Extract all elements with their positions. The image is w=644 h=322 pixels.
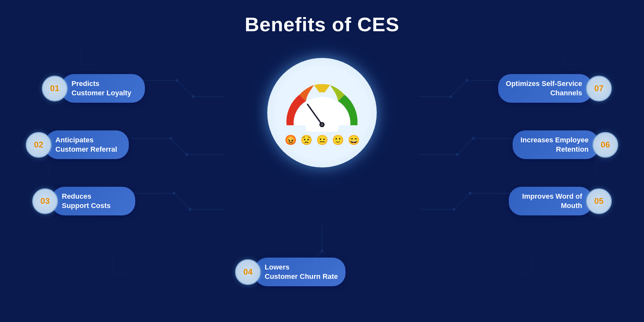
emoji-row: 😡 😟 😐 🙂 😄 — [285, 134, 360, 146]
benefit-07: 07 Optimizes Self-ServiceChannels — [498, 74, 612, 103]
main-container: Benefits of CES — [0, 0, 644, 322]
benefit-05-num: 05 — [586, 188, 612, 214]
benefit-05-label: Improves Word ofMouth — [509, 187, 592, 215]
svg-point-0 — [192, 95, 194, 98]
benefit-02-num: 02 — [26, 132, 52, 158]
svg-point-5 — [173, 192, 175, 194]
svg-point-1 — [176, 79, 178, 82]
svg-point-10 — [453, 208, 455, 211]
benefit-04-label: LowersCustomer Churn Rate — [254, 258, 346, 286]
benefit-05: 05 Improves Word ofMouth — [509, 187, 612, 215]
svg-point-2 — [185, 153, 188, 156]
benefit-07-num: 07 — [586, 76, 612, 101]
emoji-4: 🙂 — [332, 134, 344, 146]
gauge-circle: 😡 😟 😐 🙂 😄 — [267, 58, 377, 167]
svg-point-3 — [169, 137, 172, 140]
emoji-1: 😡 — [285, 134, 297, 146]
svg-point-6 — [450, 95, 452, 98]
svg-point-7 — [466, 79, 468, 82]
svg-point-9 — [472, 137, 475, 140]
benefit-03: 03 ReducesSupport Costs — [32, 187, 135, 215]
benefit-01-num: 01 — [42, 76, 68, 101]
emoji-5: 😄 — [348, 134, 360, 146]
benefit-04: 04 LowersCustomer Churn Rate — [235, 258, 346, 286]
page-title: Benefits of CES — [0, 0, 644, 36]
benefit-07-label: Optimizes Self-ServiceChannels — [498, 74, 592, 103]
benefit-06-num: 06 — [592, 132, 618, 158]
benefit-04-num: 04 — [235, 259, 261, 285]
svg-point-12 — [321, 250, 323, 252]
benefit-03-label: ReducesSupport Costs — [52, 187, 135, 215]
benefit-03-num: 03 — [32, 188, 58, 214]
benefit-06-label: Increases EmployeeRetention — [513, 130, 599, 159]
benefit-02: 02 AnticipatesCustomer Referral — [26, 130, 129, 159]
gauge-svg — [277, 80, 367, 132]
emoji-3: 😐 — [316, 134, 328, 146]
svg-point-11 — [469, 192, 471, 194]
benefit-06: 06 Increases EmployeeRetention — [513, 130, 618, 159]
benefit-01: 01 PredictsCustomer Loyalty — [42, 74, 145, 103]
svg-point-8 — [456, 153, 459, 156]
gauge-widget: 😡 😟 😐 🙂 😄 — [267, 58, 377, 167]
emoji-2: 😟 — [300, 134, 312, 146]
svg-point-4 — [189, 208, 191, 211]
benefit-01-label: PredictsCustomer Loyalty — [61, 74, 145, 103]
benefit-02-label: AnticipatesCustomer Referral — [45, 130, 129, 159]
svg-point-17 — [321, 123, 323, 126]
